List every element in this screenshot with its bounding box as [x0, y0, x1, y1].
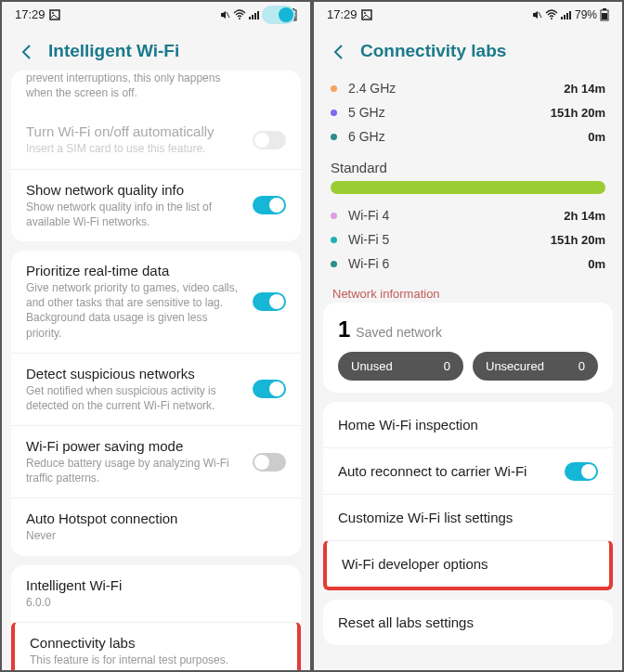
sub: Insert a SIM card to use this feature.	[26, 141, 286, 156]
label: Wi-Fi power saving mode	[26, 438, 286, 454]
wifi-icon	[233, 9, 246, 20]
menu-customize[interactable]: Customize Wi-Fi list settings	[323, 494, 613, 540]
band-name: Wi-Fi 4	[348, 208, 564, 223]
band-row: 5 GHz151h 20m	[314, 100, 622, 124]
band-time: 2h 14m	[564, 209, 605, 223]
pill-unused[interactable]: Unused0	[338, 352, 463, 381]
row-saved[interactable]: 1 Saved network Unused0 Unsecured0	[323, 303, 613, 393]
signal-icon	[561, 9, 572, 20]
color-dot	[331, 85, 337, 92]
band-name: 5 GHz	[348, 105, 551, 120]
svg-point-12	[364, 12, 366, 14]
band-row: Wi-Fi 60m	[314, 252, 622, 276]
band-name: Wi-Fi 6	[348, 256, 588, 271]
svg-rect-15	[561, 17, 563, 19]
menu-reset[interactable]: Reset all labs settings	[323, 600, 613, 645]
band-row: 2.4 GHz2h 14m	[314, 76, 622, 100]
label: Detect suspicious networks	[26, 366, 286, 381]
status-time: 17:29	[15, 7, 46, 21]
svg-rect-16	[564, 15, 566, 19]
saved-count: 1	[338, 317, 350, 342]
row-power[interactable]: Wi-Fi power saving mode Reduce battery u…	[11, 425, 301, 498]
wifi-icon	[545, 9, 558, 20]
page-title: Connectivity labs	[360, 41, 506, 61]
svg-rect-17	[566, 13, 568, 19]
band-time: 0m	[588, 130, 605, 144]
svg-rect-18	[569, 11, 571, 19]
svg-rect-6	[254, 13, 256, 19]
svg-line-2	[227, 12, 229, 18]
band-name: 2.4 GHz	[348, 81, 564, 96]
page-title: Intelligent Wi-Fi	[48, 41, 179, 61]
toggle-auto-reconnect[interactable]	[565, 462, 598, 481]
sub: Reduce battery usage by analyzing Wi-Fi …	[26, 456, 286, 485]
header: Intelligent Wi-Fi	[2, 27, 310, 72]
row-prioritize[interactable]: Prioritize real-time data Give network p…	[11, 251, 301, 353]
svg-point-3	[239, 18, 240, 19]
label: Prioritize real-time data	[26, 263, 286, 278]
band-name: 6 GHz	[348, 129, 588, 144]
row-turn-auto[interactable]: Turn Wi-Fi on/off automatically Insert a…	[11, 111, 301, 168]
card-reset: Reset all labs settings	[323, 600, 613, 645]
sub: Never	[26, 528, 286, 543]
standard-bar	[331, 181, 605, 194]
row-connectivity-labs[interactable]: Connectivity labs This feature is for in…	[11, 622, 301, 672]
band-row: Wi-Fi 42h 14m	[314, 203, 622, 227]
card-menu: Home Wi-Fi inspection Auto reconnect to …	[323, 402, 613, 590]
menu-wifi-dev-options[interactable]: Wi-Fi developer options	[323, 540, 613, 590]
partial-desc: prevent interruptions, this only happens…	[11, 71, 301, 111]
svg-rect-7	[257, 11, 259, 19]
svg-rect-21	[602, 13, 607, 19]
network-info-label: Network information	[314, 279, 622, 303]
band-row: Wi-Fi 5151h 20m	[314, 227, 622, 252]
color-dot	[331, 134, 337, 140]
row-intel[interactable]: Intelligent Wi-Fi 6.0.0	[11, 565, 301, 622]
menu-auto-reconnect[interactable]: Auto reconnect to carrier Wi-Fi	[323, 447, 613, 494]
band-time: 151h 20m	[551, 106, 605, 120]
toggle-power[interactable]	[253, 453, 286, 472]
statusbar: 17:29 79%	[314, 2, 622, 27]
svg-point-1	[52, 12, 54, 14]
card-intel: Intelligent Wi-Fi 6.0.0 Connectivity lab…	[11, 565, 301, 672]
label: Intelligent Wi-Fi	[26, 577, 286, 593]
band-row: 6 GHz0m	[314, 124, 622, 149]
label: Auto Hotspot connection	[26, 510, 286, 526]
mute-icon	[219, 9, 230, 20]
sub: Show network quality info in the list of…	[26, 200, 286, 229]
battery-icon	[600, 8, 609, 21]
band-time: 2h 14m	[564, 82, 605, 96]
toggle-partial[interactable]	[262, 6, 295, 24]
back-button[interactable]	[19, 40, 35, 61]
svg-rect-4	[249, 17, 251, 19]
toggle-quality[interactable]	[253, 196, 286, 214]
band-time: 151h 20m	[551, 233, 605, 247]
picture-icon	[49, 9, 60, 20]
pill-unsecured[interactable]: Unsecured0	[473, 352, 598, 381]
row-hotspot[interactable]: Auto Hotspot connection Never	[11, 498, 301, 555]
saved-text: Saved network	[356, 325, 442, 340]
band-time: 0m	[588, 257, 605, 271]
toggle-prioritize[interactable]	[253, 292, 286, 311]
color-dot	[331, 237, 337, 243]
toggle-detect[interactable]	[253, 380, 286, 398]
band-name: Wi-Fi 5	[348, 232, 551, 247]
sub: 6.0.0	[26, 595, 286, 610]
svg-rect-5	[252, 15, 254, 19]
card-prioritize: Prioritize real-time data Give network p…	[11, 251, 301, 556]
label: Show network quality info	[26, 182, 286, 198]
standard-label: Standard	[314, 149, 622, 181]
row-quality[interactable]: Show network quality info Show network q…	[11, 169, 301, 241]
menu-home-inspection[interactable]: Home Wi-Fi inspection	[323, 402, 613, 447]
sub: This feature is for internal test purpos…	[30, 653, 282, 672]
row-detect[interactable]: Detect suspicious networks Get notified …	[11, 353, 301, 425]
label: Turn Wi-Fi on/off automatically	[26, 123, 286, 139]
svg-point-14	[551, 18, 552, 19]
svg-line-13	[539, 12, 541, 18]
sub: Give network priority to games, video ca…	[26, 280, 286, 341]
sub: Get notified when suspicious activity is…	[26, 383, 286, 413]
phone-left: 17:29 79% Intelligent Wi-Fi prevent inte…	[0, 0, 312, 672]
back-button[interactable]	[331, 40, 347, 61]
card-top: prevent interruptions, this only happens…	[11, 71, 301, 241]
color-dot	[331, 110, 337, 116]
battery-pct: 79%	[575, 8, 597, 21]
